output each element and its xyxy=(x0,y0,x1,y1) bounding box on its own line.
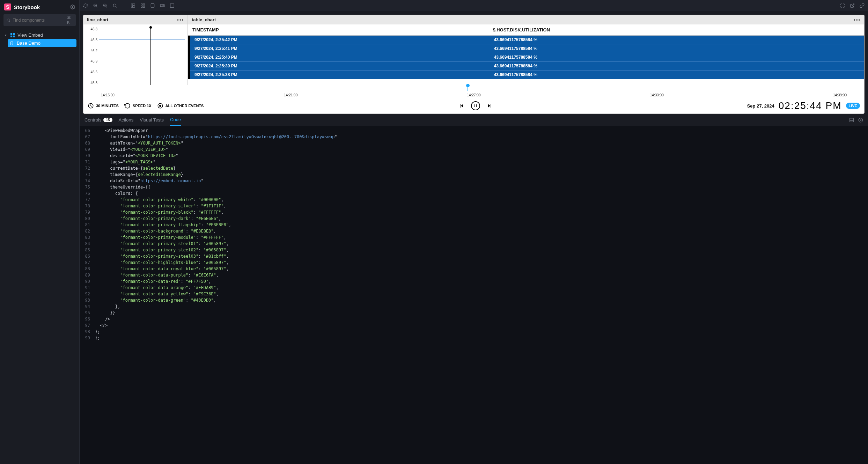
line-number: 98 xyxy=(80,329,95,335)
preview-canvas: line_chart ••• 46.8 46.5 46.2 45.9 45.6 … xyxy=(83,15,865,114)
line-number: 86 xyxy=(80,253,95,259)
line-number: 77 xyxy=(80,197,95,203)
table-row[interactable]: 9/27/2024, 2:25:41 PM43.66941175788584 % xyxy=(190,44,864,53)
cell-timestamp: 9/27/2024, 2:25:39 PM xyxy=(194,64,494,68)
measure-icon[interactable] xyxy=(160,3,165,8)
col-header-timestamp[interactable]: TIMESTAMP xyxy=(192,27,493,32)
y-tick: 45.6 xyxy=(86,70,97,74)
svg-rect-5 xyxy=(10,35,12,37)
svg-rect-19 xyxy=(143,3,145,5)
sidebar-item-view-embed[interactable]: ▾ View Embed xyxy=(3,31,76,39)
code-line: 68 authToken="<YOUR_AUTH_TOKEN>" xyxy=(80,140,868,146)
code-line: 83 "formant-color-primary-module": "#FFF… xyxy=(80,234,868,241)
sidebar-item-label: Base Demo xyxy=(17,40,41,46)
zoom-reset-icon[interactable] xyxy=(112,3,117,8)
line-number: 92 xyxy=(80,291,95,297)
pause-button[interactable] xyxy=(471,101,480,110)
code-line: 80 "formant-color-primary-dark": "#E6E6E… xyxy=(80,215,868,222)
cell-timestamp: 9/27/2024, 2:25:41 PM xyxy=(194,46,494,51)
logo[interactable]: S Storybook xyxy=(4,3,40,10)
addon-tabs: Controls 15 Actions Visual Tests Code xyxy=(80,114,868,126)
svg-point-0 xyxy=(72,6,73,8)
time-cursor[interactable] xyxy=(150,27,151,85)
bookmark-icon xyxy=(10,41,15,45)
zoom-out-icon[interactable] xyxy=(103,3,108,8)
code-line: 90 "formant-color-data-red": "#FF7F50", xyxy=(80,278,868,285)
svg-line-29 xyxy=(852,3,854,6)
y-tick: 46.8 xyxy=(86,27,97,31)
line-number: 80 xyxy=(80,215,95,222)
zoom-in-icon[interactable] xyxy=(93,3,98,8)
tab-visual-tests[interactable]: Visual Tests xyxy=(140,114,164,126)
events-button[interactable]: ALL OTHER EVENTS xyxy=(157,103,204,109)
sync-icon[interactable] xyxy=(83,3,88,8)
svg-rect-6 xyxy=(13,35,15,37)
table-row[interactable]: 9/27/2024, 2:25:40 PM43.66941175788584 % xyxy=(190,53,864,62)
code-viewer[interactable]: 66 <ViewEmbedWrapper67 fontFamilyUrl="ht… xyxy=(80,126,868,464)
skip-back-button[interactable] xyxy=(457,101,466,110)
table-row[interactable]: 9/27/2024, 2:25:42 PM43.66941175788584 % xyxy=(190,36,864,44)
open-new-tab-icon[interactable] xyxy=(850,3,855,8)
viewport-icon[interactable] xyxy=(150,3,155,8)
code-line: 96 /> xyxy=(80,316,868,322)
line-number: 74 xyxy=(80,178,95,184)
line-number: 81 xyxy=(80,222,95,228)
cell-timestamp: 9/27/2024, 2:25:38 PM xyxy=(194,72,494,77)
line-number: 67 xyxy=(80,134,95,140)
tab-code[interactable]: Code xyxy=(170,114,181,126)
more-icon[interactable]: ••• xyxy=(854,17,861,22)
tab-label: Actions xyxy=(119,117,134,123)
fullscreen-icon[interactable] xyxy=(840,3,845,8)
col-header-value[interactable]: $.HOST.DISK.UTILIZATION xyxy=(493,27,860,32)
svg-point-1 xyxy=(7,19,9,21)
tab-actions[interactable]: Actions xyxy=(119,114,134,126)
code-line: 72 currentDate={selectedDate} xyxy=(80,165,868,171)
table-row[interactable]: 9/27/2024, 2:25:38 PM43.66941175788584 % xyxy=(190,71,864,79)
more-icon[interactable]: ••• xyxy=(177,17,184,22)
code-line: 75 themeOverride={{ xyxy=(80,184,868,190)
svg-line-2 xyxy=(9,21,10,22)
cell-value: 43.66941175788584 % xyxy=(494,64,860,68)
line-number: 87 xyxy=(80,259,95,266)
speed-button[interactable]: SPEED 1X xyxy=(124,103,152,109)
code-line: 91 "formant-color-data-orange": "#FFDAB9… xyxy=(80,285,868,291)
close-addons-icon[interactable] xyxy=(858,118,863,123)
svg-rect-21 xyxy=(143,6,145,7)
plot-area xyxy=(99,27,185,85)
code-line: 66 <ViewEmbedWrapper xyxy=(80,127,868,134)
component-icon xyxy=(10,33,15,37)
timeline-playhead[interactable] xyxy=(466,84,470,87)
addons-panel: Controls 15 Actions Visual Tests Code 66… xyxy=(80,114,868,464)
sidebar-item-base-demo[interactable]: Base Demo xyxy=(8,39,76,47)
cell-timestamp: 9/27/2024, 2:25:42 PM xyxy=(194,37,494,42)
line-number: 82 xyxy=(80,228,95,234)
copy-link-icon[interactable] xyxy=(860,3,865,8)
line-chart[interactable]: 46.8 46.5 46.2 45.9 45.6 45.3 xyxy=(83,24,187,85)
outline-icon[interactable] xyxy=(170,3,175,8)
skip-forward-button[interactable] xyxy=(485,101,494,110)
duration-button[interactable]: 30 MINUTES xyxy=(88,103,119,109)
grid-icon[interactable] xyxy=(140,3,145,8)
y-tick: 45.3 xyxy=(86,81,97,85)
background-icon[interactable] xyxy=(131,3,135,8)
tab-label: Controls xyxy=(84,117,101,123)
tab-controls[interactable]: Controls 15 xyxy=(84,114,112,126)
speed-label: SPEED 1X xyxy=(133,104,152,108)
menu-icon[interactable] xyxy=(70,5,75,9)
table-row[interactable]: 9/27/2024, 2:25:39 PM43.66941175788584 % xyxy=(190,62,864,71)
svg-rect-22 xyxy=(151,3,154,8)
svg-marker-33 xyxy=(461,104,463,108)
line-number: 68 xyxy=(80,140,95,146)
search-shortcut: ⌘ K xyxy=(67,16,73,24)
live-badge[interactable]: LIVE xyxy=(846,103,860,109)
code-line: 76 colors: { xyxy=(80,190,868,197)
playbar: 30 MINUTES SPEED 1X ALL OTHER EVENTS Sep… xyxy=(83,98,864,113)
addon-orientation-icon[interactable] xyxy=(849,118,854,123)
timeline[interactable] xyxy=(83,85,864,93)
cell-value: 43.66941175788584 % xyxy=(494,55,860,60)
search-input[interactable] xyxy=(13,18,65,23)
search-input-wrap[interactable]: ⌘ K xyxy=(3,14,76,26)
x-tick: 14:39:00 xyxy=(833,93,847,97)
svg-rect-23 xyxy=(160,5,164,7)
line-number: 97 xyxy=(80,322,95,329)
